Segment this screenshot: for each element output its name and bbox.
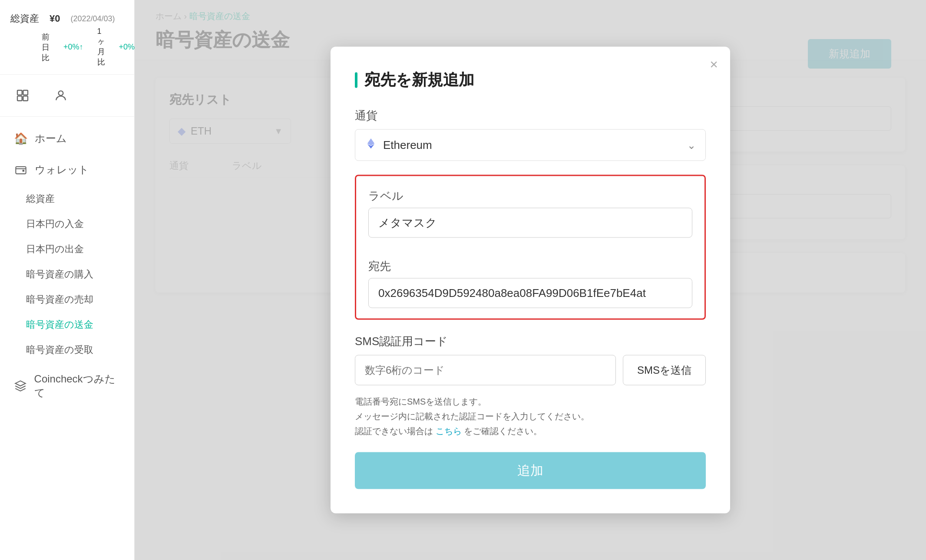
coincheck-icon — [14, 379, 27, 393]
user-icon-btn[interactable] — [49, 85, 73, 106]
modal-title: 宛先を新規追加 — [364, 69, 474, 91]
change-day-label: 前日比 — [42, 32, 50, 63]
modal-close-button[interactable]: × — [710, 57, 718, 71]
dest-input[interactable] — [368, 278, 692, 308]
ethereum-icon — [365, 138, 377, 153]
sidebar-item-assets[interactable]: 総資産 — [7, 186, 134, 211]
change-month-label: 1ヶ月比 — [97, 27, 105, 67]
sidebar-item-wallet-label: ウォレット — [35, 163, 89, 177]
sidebar-item-crypto-send[interactable]: 暗号資産の送金 — [7, 312, 134, 337]
currency-select-value: Ethereum — [383, 138, 432, 152]
sidebar: 総資産 ¥0 (2022/04/03) 前日比 +0%↑ 1ヶ月比 +0%↑ — [0, 0, 135, 560]
sidebar-item-jpy-deposit[interactable]: 日本円の入金 — [7, 211, 134, 237]
sms-label: SMS認証用コード — [355, 334, 706, 349]
main-content: ホーム › 暗号資産の送金 暗号資産の送金 宛先リスト ◆ ETH ▼ 通貨 ラ… — [135, 0, 926, 560]
sms-hint: 電話番号宛にSMSを送信します。 メッセージ内に記載された認証コードを入力してく… — [355, 394, 706, 438]
sms-code-input[interactable] — [355, 355, 616, 385]
sidebar-nav: 🏠 ホーム ウォレット 総資産 日本円の入金 — [0, 117, 134, 415]
svg-rect-2 — [17, 96, 22, 101]
sidebar-item-home-label: ホーム — [35, 132, 67, 145]
svg-point-4 — [59, 91, 63, 96]
sidebar-item-crypto-receive[interactable]: 暗号資産の受取 — [7, 337, 134, 362]
sidebar-item-jpy-withdraw[interactable]: 日本円の出金 — [7, 237, 134, 262]
grid-icon-btn[interactable] — [10, 85, 35, 106]
modal: × 宛先を新規追加 通貨 Ethereum ⌄ ラベル — [331, 47, 730, 514]
currency-select[interactable]: Ethereum ⌄ — [355, 129, 706, 161]
asset-value: ¥0 — [50, 13, 60, 24]
sidebar-item-crypto-buy[interactable]: 暗号資産の購入 — [7, 262, 134, 287]
sms-send-button[interactable]: SMSを送信 — [623, 355, 706, 385]
sms-hint-line1: 電話番号宛にSMSを送信します。 — [355, 397, 486, 406]
home-icon: 🏠 — [14, 132, 28, 145]
sidebar-item-coincheck[interactable]: Coincheckつみたて — [0, 364, 134, 408]
asset-date: (2022/04/03) — [70, 14, 115, 23]
currency-chevron-icon: ⌄ — [687, 139, 696, 151]
svg-rect-3 — [23, 96, 28, 101]
stats-section: 総資産 ¥0 (2022/04/03) 前日比 +0%↑ 1ヶ月比 +0%↑ — [10, 12, 124, 67]
sms-hint-link[interactable]: こちら — [436, 426, 462, 436]
svg-rect-0 — [17, 90, 22, 95]
svg-rect-1 — [23, 90, 28, 95]
change-day-value: +0%↑ — [63, 43, 83, 52]
sms-hint-line3-post: をご確認ください。 — [464, 426, 542, 436]
wallet-sub-items: 総資産 日本円の入金 日本円の出金 暗号資産の購入 暗号資産の売却 暗号資産の送… — [7, 186, 134, 362]
sidebar-item-wallet[interactable]: ウォレット — [0, 155, 134, 184]
wallet-icon — [14, 163, 28, 177]
sms-hint-line3-pre: 認証できない場合は — [355, 426, 433, 436]
modal-title-bar: 宛先を新規追加 — [355, 69, 706, 91]
currency-label: 通貨 — [355, 108, 706, 123]
modal-submit-button[interactable]: 追加 — [355, 452, 706, 489]
sidebar-icon-row — [0, 75, 134, 117]
sidebar-item-crypto-sell[interactable]: 暗号資産の売却 — [7, 287, 134, 312]
svg-rect-5 — [16, 167, 26, 174]
highlight-section: ラベル 宛先 — [355, 175, 706, 320]
sms-row: SMSを送信 — [355, 355, 706, 385]
label-section-label: ラベル — [368, 188, 692, 204]
label-input[interactable] — [368, 208, 692, 238]
dest-section-label: 宛先 — [368, 259, 692, 274]
asset-label: 総資産 — [10, 12, 39, 25]
sidebar-item-home[interactable]: 🏠 ホーム — [0, 124, 134, 153]
sidebar-item-coincheck-label: Coincheckつみたて — [34, 372, 122, 400]
sms-hint-line2: メッセージ内に記載された認証コードを入力してください。 — [355, 412, 589, 421]
sidebar-header: 総資産 ¥0 (2022/04/03) 前日比 +0%↑ 1ヶ月比 +0%↑ — [0, 0, 134, 75]
